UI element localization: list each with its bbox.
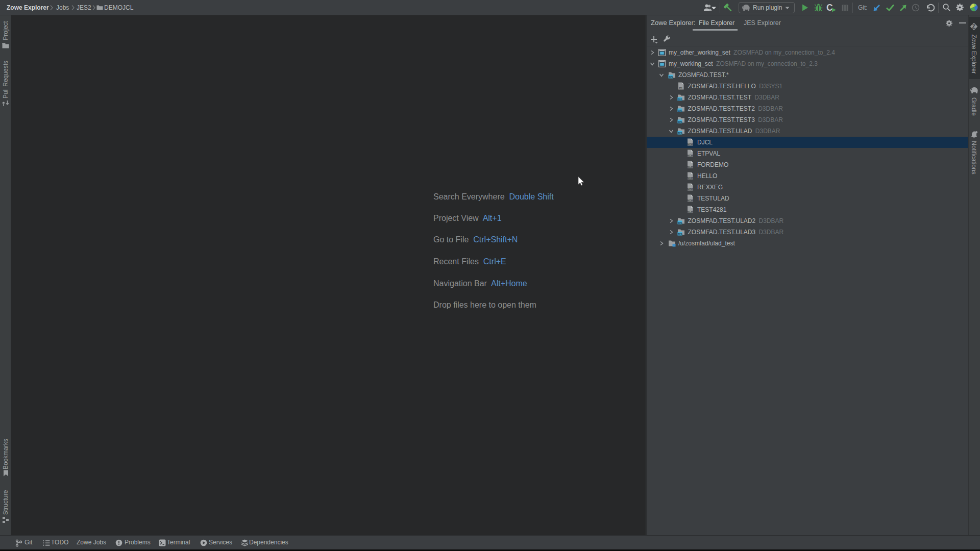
svg-text:MEM: MEM (688, 143, 693, 146)
svg-text:DS: DS (669, 75, 673, 79)
svg-text:DS: DS (678, 97, 682, 101)
svg-text:MEM: MEM (688, 188, 693, 191)
svg-text:DS: DS (678, 120, 682, 123)
svg-text:MEM: MEM (688, 155, 693, 157)
svg-text:MEM: MEM (688, 166, 693, 168)
svg-text:JCL: JCL (678, 87, 683, 90)
svg-text:MEM: MEM (688, 211, 693, 213)
svg-text:DS: DS (678, 109, 682, 112)
svg-text:MEM: MEM (688, 177, 693, 180)
svg-text:DS: DS (678, 131, 682, 135)
svg-text:MEM: MEM (688, 199, 693, 202)
svg-text:DS: DS (678, 232, 682, 236)
svg-text:DS: DS (678, 221, 682, 224)
svg-text:Z: Z (972, 24, 975, 30)
